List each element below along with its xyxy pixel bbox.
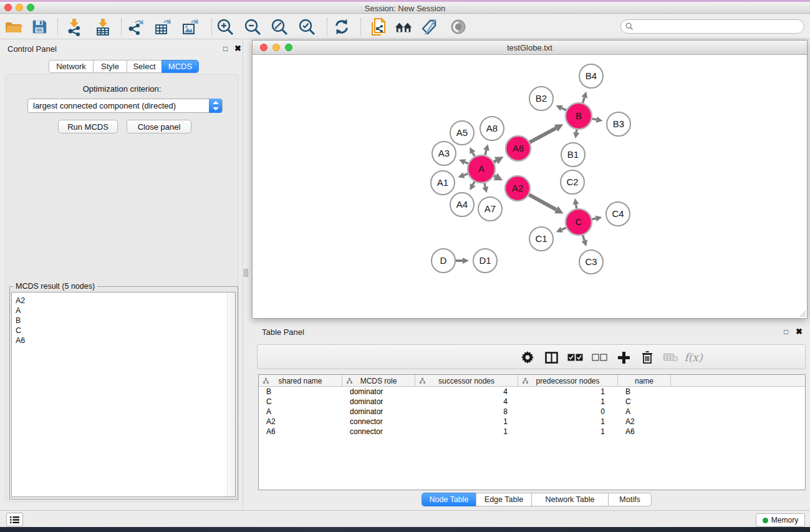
import-table-button[interactable] (92, 16, 114, 37)
column-header-name[interactable]: name (618, 375, 671, 387)
column-header-MCDS-role[interactable]: MCDS role (342, 375, 415, 387)
tab-network[interactable]: Network (49, 60, 94, 73)
deselect-all-button[interactable] (590, 348, 609, 367)
graph-edge-A2-C[interactable] (529, 195, 556, 210)
search-input[interactable] (636, 22, 804, 31)
graph-edge-C-C1[interactable] (562, 228, 566, 230)
close-panel-icon[interactable]: ✖ (796, 327, 803, 336)
function-builder-button[interactable]: f(x) (684, 348, 703, 367)
task-history-button[interactable] (6, 513, 23, 526)
resize-grip-icon[interactable] (798, 309, 806, 317)
close-panel-button[interactable]: Close panel (127, 120, 191, 133)
graph-edge-A-A3[interactable] (465, 162, 468, 163)
column-header-predecessor-nodes[interactable]: predecessor nodes (518, 375, 618, 387)
column-header-successor-nodes[interactable]: successor nodes (415, 375, 518, 387)
refresh-button[interactable] (330, 16, 353, 37)
clone-network-button[interactable] (367, 16, 390, 37)
open-session-button[interactable] (2, 16, 25, 37)
table-row[interactable]: A6connector11A6 (259, 427, 805, 437)
graph-edge-B-B2[interactable] (562, 108, 566, 110)
graph-edge-A6-B[interactable] (530, 128, 556, 142)
close-panel-icon[interactable]: ✖ (234, 44, 241, 53)
toolbar-separator (121, 18, 122, 36)
mcds-result-item[interactable]: A6 (12, 336, 235, 346)
graph-edge-A-A8[interactable] (485, 150, 486, 155)
mcds-result-item[interactable]: B (12, 316, 235, 326)
control-panel-title: Control Panel (7, 44, 57, 54)
table-row[interactable]: Bdominator41B (259, 387, 805, 397)
graph-edge-A-A5[interactable] (473, 153, 475, 157)
desktop-edge-strip (0, 527, 810, 532)
criterion-dropdown[interactable]: largest connected component (directed) (27, 99, 223, 113)
float-window-icon[interactable]: □ (784, 327, 788, 336)
graph-node-label: B1 (567, 149, 579, 160)
tab-select[interactable]: Select (127, 60, 162, 73)
optimization-criterion-label: Optimization criterion: (6, 84, 238, 94)
mcds-result-list[interactable]: A2ABCA6 (11, 292, 236, 497)
export-network-button[interactable] (124, 16, 147, 37)
export-table-button[interactable] (152, 16, 174, 37)
table-tab-network-table[interactable]: Network Table (531, 493, 609, 506)
save-session-button[interactable] (28, 16, 51, 37)
mcds-result-item[interactable]: C (12, 326, 235, 336)
graph-edge-C-C2[interactable] (576, 205, 577, 209)
show-columns-button[interactable] (542, 348, 561, 367)
export-image-button[interactable] (179, 16, 201, 37)
table-tab-motifs[interactable]: Motifs (608, 493, 652, 506)
select-all-button[interactable] (566, 348, 584, 367)
graph-edge-A-A2[interactable] (494, 176, 495, 177)
tab-style[interactable]: Style (93, 60, 127, 73)
search-field[interactable] (620, 19, 804, 34)
show-all-button[interactable] (393, 16, 415, 37)
column-header-shared-name[interactable]: shared name (259, 375, 342, 387)
panel-divider-handle[interactable] (244, 269, 248, 277)
mcds-result-item[interactable]: A2 (12, 296, 235, 306)
zoom-in-button[interactable] (214, 16, 236, 37)
graph-edge-C-C3[interactable] (583, 235, 585, 241)
zoom-fit-icon (270, 17, 289, 36)
mcds-result-box: MCDS result (5 nodes) A2ABCA6 (9, 286, 238, 500)
hide-labels-button[interactable] (418, 16, 441, 37)
delete-table-button[interactable] (662, 348, 680, 367)
table-tab-edge-table[interactable]: Edge Table (476, 493, 532, 506)
graph-node-label: A6 (513, 143, 524, 153)
table-settings-button[interactable] (518, 348, 537, 367)
table-tab-node-table[interactable]: Node Table (422, 493, 476, 506)
graph-edge-B-B1[interactable] (576, 130, 577, 133)
tab-mcds[interactable]: MCDS (162, 60, 199, 73)
column-type-icon (347, 378, 352, 384)
graph-edge-B-B3[interactable] (592, 118, 597, 119)
table-row[interactable]: Cdominator41C (259, 397, 805, 407)
float-window-icon[interactable]: □ (223, 44, 228, 53)
add-column-button[interactable] (614, 348, 633, 367)
delete-column-button[interactable] (638, 348, 657, 367)
table-row[interactable]: A2connector11A2 (259, 417, 805, 427)
mcds-result-item[interactable]: A (12, 306, 235, 316)
run-mcds-button[interactable]: Run MCDS (58, 120, 118, 133)
save-floppy-icon (31, 18, 48, 36)
graph-edge-A-A4[interactable] (473, 181, 475, 185)
graph-edge-A-A7[interactable] (485, 183, 485, 186)
zoom-fit-button[interactable] (268, 16, 291, 37)
graph-edge-B-B4[interactable] (583, 97, 585, 103)
graph-edge-A-A1[interactable] (464, 174, 468, 175)
graph-edge-C-C4[interactable] (592, 218, 596, 219)
graph-node-label: A1 (437, 177, 448, 188)
node-table: shared nameMCDS rolesuccessor nodesprede… (258, 374, 806, 490)
trash-icon (642, 351, 653, 364)
network-window-titlebar[interactable]: testGlobe.txt (253, 41, 807, 55)
memory-button[interactable]: Memory (756, 513, 805, 527)
scrollbar-track[interactable] (227, 293, 235, 496)
graph-node-label: A3 (438, 148, 450, 158)
open-folder-icon (4, 17, 23, 36)
network-graph-canvas[interactable]: B4B2BB3A5A8A6A3B1AA1C2A2A4A7C4CC1C3DD1 (253, 56, 808, 319)
table-cell: B (259, 387, 342, 397)
zoom-out-button[interactable] (241, 16, 264, 37)
zoom-selected-button[interactable] (296, 16, 318, 37)
show-graphics-details-button[interactable] (447, 16, 470, 37)
import-network-button[interactable] (63, 16, 85, 37)
toolbar-separator (327, 18, 327, 36)
graph-edge-A-A6[interactable] (494, 161, 496, 162)
table-cell: 0 (518, 407, 618, 417)
table-row[interactable]: Adominator80A (259, 407, 805, 417)
